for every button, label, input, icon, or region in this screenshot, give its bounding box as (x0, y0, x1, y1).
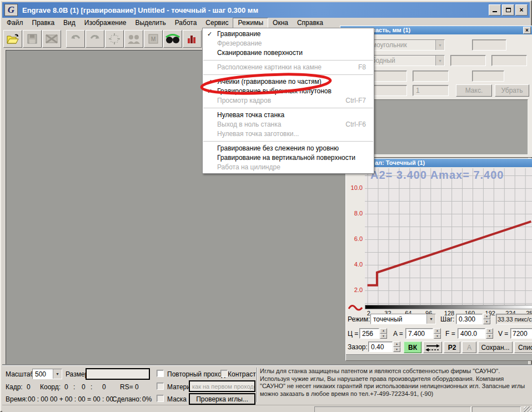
mask-label: Маска (167, 395, 187, 403)
y-tick: 10.0 (346, 184, 363, 191)
menu-item-machine-zero[interactable]: Нулевая точка станка (203, 110, 374, 120)
c-spinner[interactable]: 256 ▲▼ (359, 328, 387, 339)
save-frames-icon[interactable]: M (144, 30, 163, 48)
save-icon[interactable] (23, 30, 42, 48)
needle-check-button[interactable]: Проверка иглы... (189, 393, 255, 405)
menu-item-milling[interactable]: Фрезерование (203, 39, 374, 48)
chevron-down-icon[interactable]: ▼ (435, 56, 444, 66)
density-readout: 33.33 пикс/с (496, 314, 532, 324)
p2-button[interactable]: Р2 (444, 341, 460, 353)
list-button[interactable]: Списо (514, 341, 532, 353)
spin-up-icon[interactable]: ▲ (393, 341, 400, 347)
menu-separator (203, 108, 373, 108)
direction-arrows-button[interactable] (423, 341, 442, 353)
mode-combo[interactable]: точечный ▼ (370, 314, 436, 324)
chevron-down-icon[interactable]: ▼ (53, 369, 62, 379)
menu-item-selected-halftones[interactable]: ✓Гравирование выбранных полутонов (203, 87, 374, 96)
menu-item-picture-on-stone[interactable]: Расположение картинки на камнеF8 (203, 63, 374, 72)
f-value[interactable]: 400.0 (458, 328, 485, 339)
menu-item-frame-preview[interactable]: Просмотр кадровCtrl-F7 (203, 96, 374, 105)
gap-value[interactable]: 0.40 (368, 341, 393, 352)
frame-value: 0 (27, 383, 31, 391)
area-field-2[interactable] (450, 55, 486, 66)
material-pass-field[interactable]: как на первом проходе (189, 380, 255, 392)
spin-down-icon[interactable]: ▼ (483, 319, 490, 325)
menu-item-workpiece-zero[interactable]: Нулевая точка заготовки... (203, 129, 374, 139)
coord-y: 0 (82, 383, 86, 391)
a-button[interactable]: А (462, 341, 476, 353)
resize-grip-icon[interactable] (524, 406, 531, 412)
menu-view[interactable]: Вид (59, 18, 80, 28)
f-spinner[interactable]: 400.0 ▲▼ (458, 328, 493, 339)
chevron-down-icon[interactable]: ▼ (435, 40, 444, 50)
panel-close-icon[interactable]: × (523, 27, 531, 34)
minimize-button[interactable] (489, 4, 501, 16)
material-checkbox[interactable] (157, 383, 164, 390)
wave-icon[interactable] (347, 302, 364, 312)
menu-select[interactable]: Выделить (131, 18, 170, 28)
contrast-checkbox[interactable] (220, 370, 228, 377)
area-field-3[interactable] (491, 55, 527, 66)
spin-up-icon[interactable]: ▲ (486, 328, 493, 334)
menu-item-no-level-tracking[interactable]: Гравирование без слежения по уровню (203, 144, 374, 153)
menu-edit[interactable]: Правка (28, 18, 59, 28)
a-spinner[interactable]: 7.400 ▲▼ (405, 328, 441, 339)
coord-x: 0 (64, 383, 68, 391)
menu-file[interactable]: Файл (2, 18, 28, 28)
menu-item-vertical-surface[interactable]: Гравирование на вертикальной поверхности (203, 153, 374, 163)
gap-spinner[interactable]: 0.40 ▲▼ (368, 341, 400, 352)
spin-up-icon[interactable]: ▲ (434, 328, 441, 334)
menu-service[interactable]: Сервис (201, 18, 233, 28)
step-value[interactable]: 0.300 (456, 314, 483, 324)
y-tick: 6.0 (346, 235, 363, 242)
menu-image[interactable]: Изображение (80, 18, 131, 28)
a-value[interactable]: 7.400 (405, 328, 433, 339)
area-field-5[interactable] (413, 71, 449, 82)
remove-button[interactable]: Убрать (495, 84, 529, 97)
menu-item-engraving[interactable]: ✓Гравирование (203, 29, 374, 39)
menu-modes[interactable]: Режимы (233, 18, 268, 28)
spin-down-icon[interactable]: ▼ (393, 347, 400, 353)
redo-icon[interactable] (86, 30, 104, 48)
menu-item-surface-scan[interactable]: Сканирование поверхности (203, 48, 374, 58)
repeat-pass-checkbox[interactable] (157, 370, 164, 377)
max-button[interactable]: Макс. (456, 84, 492, 97)
menu-windows[interactable]: Окна (268, 18, 293, 28)
fit-to-screen-icon[interactable] (105, 30, 124, 48)
vk-button[interactable]: ВК (404, 341, 421, 353)
area-field-6[interactable] (472, 71, 504, 82)
spin-up-icon[interactable]: ▲ (380, 328, 387, 334)
spin-down-icon[interactable]: ▼ (380, 334, 387, 339)
histogram-icon[interactable] (183, 30, 202, 48)
menu-item-go-to-zero[interactable]: Выход в ноль станкаCtrl-F6 (203, 120, 374, 129)
step-spinner[interactable]: 0.300 ▲▼ (456, 314, 490, 324)
undo-icon[interactable] (66, 30, 85, 48)
maximize-button[interactable] (502, 4, 514, 16)
count-field[interactable]: 1 (413, 85, 449, 96)
coord-z: 0 (102, 383, 106, 391)
area-field-1[interactable] (472, 39, 506, 51)
close-button[interactable]: × (515, 4, 528, 16)
open-file-icon[interactable] (3, 30, 22, 48)
mask-checkbox[interactable] (157, 395, 164, 402)
portrait-pair-icon[interactable] (124, 30, 143, 48)
save-material-button[interactable]: Сохран... (478, 341, 513, 353)
delete-image-icon[interactable] (42, 30, 61, 48)
colon: : (91, 383, 92, 391)
spin-down-icon[interactable]: ▼ (486, 334, 493, 339)
preview-glasses-icon[interactable] (163, 30, 182, 48)
scale-combo[interactable]: 500 ▼ (32, 369, 62, 379)
size-field[interactable] (86, 368, 150, 380)
a-label: A = (393, 330, 403, 338)
menu-work[interactable]: Работа (170, 18, 202, 28)
v-field[interactable]: 7200 (510, 328, 532, 339)
status-cell (314, 406, 471, 412)
menu-help[interactable]: Справка (293, 18, 328, 28)
spin-up-icon[interactable]: ▲ (483, 314, 490, 319)
chevron-down-icon[interactable]: ▼ (426, 314, 435, 324)
c-value[interactable]: 256 (359, 328, 379, 339)
menu-item-cells[interactable]: ✓Ячейки (гравирование по частям) (203, 77, 374, 87)
spin-down-icon[interactable]: ▼ (434, 334, 441, 339)
f-label: F = (445, 330, 455, 338)
menu-item-cylinder[interactable]: Работа на цилиндре (203, 163, 374, 172)
